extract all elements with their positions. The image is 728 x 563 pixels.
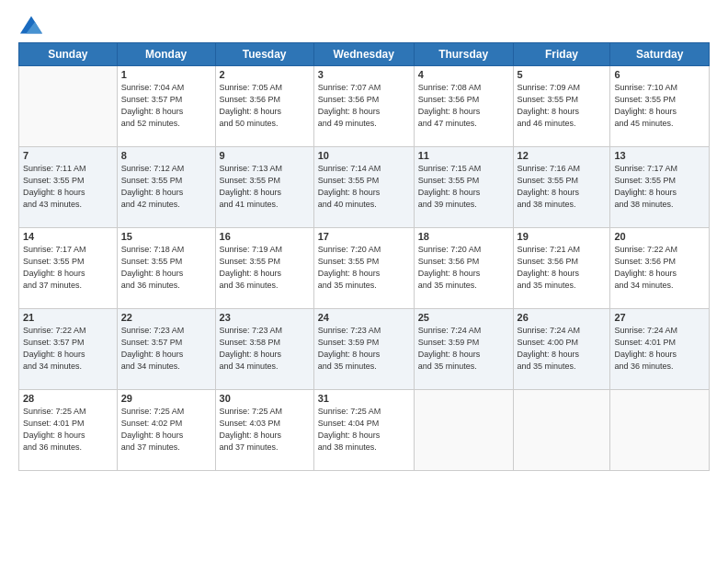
calendar-cell: 14Sunrise: 7:17 AM Sunset: 3:55 PM Dayli… [19, 227, 118, 308]
calendar-cell: 6Sunrise: 7:10 AM Sunset: 3:55 PM Daylig… [610, 65, 710, 146]
calendar-cell [513, 389, 610, 470]
day-info: Sunrise: 7:25 AM Sunset: 4:02 PM Dayligh… [121, 406, 211, 454]
calendar-cell: 13Sunrise: 7:17 AM Sunset: 3:55 PM Dayli… [610, 146, 710, 227]
calendar-cell: 27Sunrise: 7:24 AM Sunset: 4:01 PM Dayli… [610, 308, 710, 389]
day-info: Sunrise: 7:17 AM Sunset: 3:55 PM Dayligh… [23, 244, 113, 292]
day-number: 19 [518, 231, 607, 242]
day-info: Sunrise: 7:22 AM Sunset: 3:56 PM Dayligh… [614, 244, 705, 292]
day-info: Sunrise: 7:11 AM Sunset: 3:55 PM Dayligh… [23, 163, 113, 211]
calendar-cell: 15Sunrise: 7:18 AM Sunset: 3:55 PM Dayli… [117, 227, 215, 308]
calendar-table: SundayMondayTuesdayWednesdayThursdayFrid… [18, 42, 710, 471]
day-info: Sunrise: 7:24 AM Sunset: 3:59 PM Dayligh… [418, 325, 509, 373]
calendar-cell: 19Sunrise: 7:21 AM Sunset: 3:56 PM Dayli… [513, 227, 610, 308]
day-info: Sunrise: 7:21 AM Sunset: 3:56 PM Dayligh… [518, 244, 607, 292]
day-info: Sunrise: 7:12 AM Sunset: 3:55 PM Dayligh… [121, 163, 211, 211]
day-info: Sunrise: 7:18 AM Sunset: 3:55 PM Dayligh… [121, 244, 211, 292]
day-number: 24 [318, 312, 410, 323]
calendar-cell: 2Sunrise: 7:05 AM Sunset: 3:56 PM Daylig… [215, 65, 313, 146]
calendar-cell [414, 389, 513, 470]
day-number: 18 [418, 231, 509, 242]
day-info: Sunrise: 7:24 AM Sunset: 4:00 PM Dayligh… [518, 325, 607, 373]
calendar-page: SundayMondayTuesdayWednesdayThursdayFrid… [0, 0, 728, 563]
day-number: 22 [121, 312, 211, 323]
calendar-header-row: SundayMondayTuesdayWednesdayThursdayFrid… [19, 42, 710, 65]
day-number: 21 [23, 312, 113, 323]
day-info: Sunrise: 7:19 AM Sunset: 3:55 PM Dayligh… [220, 244, 310, 292]
day-info: Sunrise: 7:07 AM Sunset: 3:56 PM Dayligh… [318, 82, 410, 130]
day-number: 7 [23, 150, 113, 161]
calendar-cell [610, 389, 710, 470]
calendar-cell: 11Sunrise: 7:15 AM Sunset: 3:55 PM Dayli… [414, 146, 513, 227]
day-info: Sunrise: 7:22 AM Sunset: 3:57 PM Dayligh… [23, 325, 113, 373]
day-info: Sunrise: 7:16 AM Sunset: 3:55 PM Dayligh… [518, 163, 607, 211]
calendar-cell: 28Sunrise: 7:25 AM Sunset: 4:01 PM Dayli… [19, 389, 118, 470]
calendar-cell: 26Sunrise: 7:24 AM Sunset: 4:00 PM Dayli… [513, 308, 610, 389]
day-number: 1 [121, 69, 211, 80]
calendar-cell: 24Sunrise: 7:23 AM Sunset: 3:59 PM Dayli… [313, 308, 414, 389]
calendar-cell: 18Sunrise: 7:20 AM Sunset: 3:56 PM Dayli… [414, 227, 513, 308]
weekday-header-sunday: Sunday [19, 42, 118, 65]
day-info: Sunrise: 7:14 AM Sunset: 3:55 PM Dayligh… [318, 163, 410, 211]
calendar-cell: 5Sunrise: 7:09 AM Sunset: 3:55 PM Daylig… [513, 65, 610, 146]
day-info: Sunrise: 7:20 AM Sunset: 3:56 PM Dayligh… [418, 244, 509, 292]
calendar-week-row: 28Sunrise: 7:25 AM Sunset: 4:01 PM Dayli… [19, 389, 710, 470]
day-number: 8 [121, 150, 211, 161]
header [18, 17, 710, 35]
weekday-header-friday: Friday [513, 42, 610, 65]
weekday-header-saturday: Saturday [610, 42, 710, 65]
day-number: 14 [23, 231, 113, 242]
calendar-cell: 9Sunrise: 7:13 AM Sunset: 3:55 PM Daylig… [215, 146, 313, 227]
day-number: 25 [418, 312, 509, 323]
calendar-week-row: 21Sunrise: 7:22 AM Sunset: 3:57 PM Dayli… [19, 308, 710, 389]
day-info: Sunrise: 7:09 AM Sunset: 3:55 PM Dayligh… [518, 82, 607, 130]
day-number: 17 [318, 231, 410, 242]
day-number: 26 [518, 312, 607, 323]
calendar-cell: 20Sunrise: 7:22 AM Sunset: 3:56 PM Dayli… [610, 227, 710, 308]
day-number: 30 [220, 393, 310, 404]
calendar-week-row: 7Sunrise: 7:11 AM Sunset: 3:55 PM Daylig… [19, 146, 710, 227]
logo-icon [20, 16, 42, 34]
day-info: Sunrise: 7:25 AM Sunset: 4:04 PM Dayligh… [318, 406, 410, 454]
calendar-cell: 22Sunrise: 7:23 AM Sunset: 3:57 PM Dayli… [117, 308, 215, 389]
calendar-cell: 29Sunrise: 7:25 AM Sunset: 4:02 PM Dayli… [117, 389, 215, 470]
day-number: 20 [614, 231, 705, 242]
day-info: Sunrise: 7:25 AM Sunset: 4:01 PM Dayligh… [23, 406, 113, 454]
day-info: Sunrise: 7:05 AM Sunset: 3:56 PM Dayligh… [220, 82, 310, 130]
day-info: Sunrise: 7:13 AM Sunset: 3:55 PM Dayligh… [220, 163, 310, 211]
calendar-cell: 12Sunrise: 7:16 AM Sunset: 3:55 PM Dayli… [513, 146, 610, 227]
day-number: 11 [418, 150, 509, 161]
day-info: Sunrise: 7:04 AM Sunset: 3:57 PM Dayligh… [121, 82, 211, 130]
day-number: 15 [121, 231, 211, 242]
day-number: 6 [614, 69, 705, 80]
day-info: Sunrise: 7:25 AM Sunset: 4:03 PM Dayligh… [220, 406, 310, 454]
day-number: 13 [614, 150, 705, 161]
day-number: 16 [220, 231, 310, 242]
calendar-cell: 31Sunrise: 7:25 AM Sunset: 4:04 PM Dayli… [313, 389, 414, 470]
day-number: 4 [418, 69, 509, 80]
calendar-cell: 4Sunrise: 7:08 AM Sunset: 3:56 PM Daylig… [414, 65, 513, 146]
day-number: 28 [23, 393, 113, 404]
day-number: 12 [518, 150, 607, 161]
weekday-header-wednesday: Wednesday [313, 42, 414, 65]
weekday-header-thursday: Thursday [414, 42, 513, 65]
day-info: Sunrise: 7:24 AM Sunset: 4:01 PM Dayligh… [614, 325, 705, 373]
calendar-week-row: 1Sunrise: 7:04 AM Sunset: 3:57 PM Daylig… [19, 65, 710, 146]
calendar-cell: 23Sunrise: 7:23 AM Sunset: 3:58 PM Dayli… [215, 308, 313, 389]
day-number: 31 [318, 393, 410, 404]
day-number: 10 [318, 150, 410, 161]
day-number: 27 [614, 312, 705, 323]
calendar-week-row: 14Sunrise: 7:17 AM Sunset: 3:55 PM Dayli… [19, 227, 710, 308]
calendar-cell: 30Sunrise: 7:25 AM Sunset: 4:03 PM Dayli… [215, 389, 313, 470]
day-number: 9 [220, 150, 310, 161]
calendar-cell: 8Sunrise: 7:12 AM Sunset: 3:55 PM Daylig… [117, 146, 215, 227]
day-info: Sunrise: 7:17 AM Sunset: 3:55 PM Dayligh… [614, 163, 705, 211]
day-info: Sunrise: 7:23 AM Sunset: 3:57 PM Dayligh… [121, 325, 211, 373]
calendar-cell: 10Sunrise: 7:14 AM Sunset: 3:55 PM Dayli… [313, 146, 414, 227]
day-info: Sunrise: 7:15 AM Sunset: 3:55 PM Dayligh… [418, 163, 509, 211]
day-number: 5 [518, 69, 607, 80]
day-number: 3 [318, 69, 410, 80]
day-number: 2 [220, 69, 310, 80]
calendar-cell [19, 65, 118, 146]
day-info: Sunrise: 7:23 AM Sunset: 3:58 PM Dayligh… [220, 325, 310, 373]
day-number: 29 [121, 393, 211, 404]
